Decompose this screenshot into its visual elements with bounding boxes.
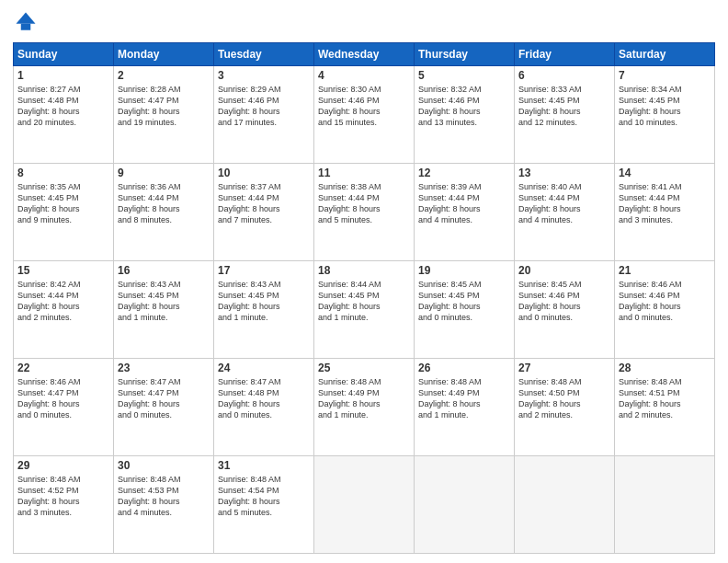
cell-info: Sunrise: 8:36 AM Sunset: 4:44 PM Dayligh… xyxy=(118,181,210,226)
cell-info: Sunrise: 8:46 AM Sunset: 4:46 PM Dayligh… xyxy=(619,279,711,324)
day-number: 5 xyxy=(418,69,510,82)
cell-info: Sunrise: 8:48 AM Sunset: 4:50 PM Dayligh… xyxy=(518,376,610,421)
cell-info: Sunrise: 8:48 AM Sunset: 4:52 PM Dayligh… xyxy=(17,474,109,519)
cell-info: Sunrise: 8:30 AM Sunset: 4:46 PM Dayligh… xyxy=(318,84,410,129)
calendar-cell xyxy=(615,456,715,554)
day-number: 1 xyxy=(17,69,109,82)
cell-info: Sunrise: 8:34 AM Sunset: 4:45 PM Dayligh… xyxy=(619,84,711,129)
week-row-1: 1Sunrise: 8:27 AM Sunset: 4:48 PM Daylig… xyxy=(14,66,715,164)
day-number: 6 xyxy=(518,69,610,82)
cell-info: Sunrise: 8:27 AM Sunset: 4:48 PM Dayligh… xyxy=(17,84,109,129)
day-number: 21 xyxy=(619,264,711,277)
calendar-cell: 16Sunrise: 8:43 AM Sunset: 4:45 PM Dayli… xyxy=(114,261,214,359)
cell-info: Sunrise: 8:48 AM Sunset: 4:51 PM Dayligh… xyxy=(619,376,711,421)
cell-info: Sunrise: 8:33 AM Sunset: 4:45 PM Dayligh… xyxy=(518,84,610,129)
dow-monday: Monday xyxy=(114,43,214,66)
dow-sunday: Sunday xyxy=(14,43,114,66)
calendar-cell: 14Sunrise: 8:41 AM Sunset: 4:44 PM Dayli… xyxy=(615,164,715,261)
dow-friday: Friday xyxy=(515,43,615,66)
day-number: 30 xyxy=(118,459,210,472)
calendar-cell: 5Sunrise: 8:32 AM Sunset: 4:46 PM Daylig… xyxy=(415,66,515,164)
cell-info: Sunrise: 8:45 AM Sunset: 4:45 PM Dayligh… xyxy=(418,279,510,324)
calendar-cell: 29Sunrise: 8:48 AM Sunset: 4:52 PM Dayli… xyxy=(14,456,114,554)
cell-info: Sunrise: 8:37 AM Sunset: 4:44 PM Dayligh… xyxy=(218,181,310,226)
dow-wednesday: Wednesday xyxy=(314,43,415,66)
cell-info: Sunrise: 8:48 AM Sunset: 4:54 PM Dayligh… xyxy=(218,474,310,519)
day-number: 18 xyxy=(318,264,410,277)
cell-info: Sunrise: 8:38 AM Sunset: 4:44 PM Dayligh… xyxy=(318,181,410,226)
svg-rect-1 xyxy=(21,24,31,30)
day-number: 11 xyxy=(318,167,410,179)
calendar-cell: 22Sunrise: 8:46 AM Sunset: 4:47 PM Dayli… xyxy=(14,359,114,456)
page: SundayMondayTuesdayWednesdayThursdayFrid… xyxy=(0,0,728,563)
day-number: 29 xyxy=(17,459,109,472)
calendar-cell: 9Sunrise: 8:36 AM Sunset: 4:44 PM Daylig… xyxy=(114,164,214,261)
cell-info: Sunrise: 8:40 AM Sunset: 4:44 PM Dayligh… xyxy=(518,181,610,226)
day-number: 17 xyxy=(218,264,310,277)
cell-info: Sunrise: 8:41 AM Sunset: 4:44 PM Dayligh… xyxy=(619,181,711,226)
cell-info: Sunrise: 8:35 AM Sunset: 4:45 PM Dayligh… xyxy=(17,181,109,226)
cell-info: Sunrise: 8:48 AM Sunset: 4:53 PM Dayligh… xyxy=(118,474,210,519)
week-row-5: 29Sunrise: 8:48 AM Sunset: 4:52 PM Dayli… xyxy=(14,456,715,554)
cell-info: Sunrise: 8:48 AM Sunset: 4:49 PM Dayligh… xyxy=(318,376,410,421)
day-number: 15 xyxy=(17,264,109,277)
cell-info: Sunrise: 8:32 AM Sunset: 4:46 PM Dayligh… xyxy=(418,84,510,129)
calendar-cell: 28Sunrise: 8:48 AM Sunset: 4:51 PM Dayli… xyxy=(615,359,715,456)
calendar-cell: 17Sunrise: 8:43 AM Sunset: 4:45 PM Dayli… xyxy=(214,261,314,359)
cell-info: Sunrise: 8:45 AM Sunset: 4:46 PM Dayligh… xyxy=(518,279,610,324)
day-number: 19 xyxy=(418,264,510,277)
calendar-cell: 30Sunrise: 8:48 AM Sunset: 4:53 PM Dayli… xyxy=(114,456,214,554)
day-number: 14 xyxy=(619,167,711,179)
calendar-cell: 19Sunrise: 8:45 AM Sunset: 4:45 PM Dayli… xyxy=(415,261,515,359)
cell-info: Sunrise: 8:42 AM Sunset: 4:44 PM Dayligh… xyxy=(17,279,109,324)
day-number: 25 xyxy=(318,362,410,374)
logo xyxy=(13,9,42,35)
header xyxy=(13,9,715,35)
calendar-cell: 6Sunrise: 8:33 AM Sunset: 4:45 PM Daylig… xyxy=(515,66,615,164)
cell-info: Sunrise: 8:48 AM Sunset: 4:49 PM Dayligh… xyxy=(418,376,510,421)
calendar-cell: 31Sunrise: 8:48 AM Sunset: 4:54 PM Dayli… xyxy=(214,456,314,554)
day-number: 12 xyxy=(418,167,510,179)
calendar-cell: 13Sunrise: 8:40 AM Sunset: 4:44 PM Dayli… xyxy=(515,164,615,261)
day-number: 22 xyxy=(17,362,109,374)
svg-marker-0 xyxy=(17,13,36,24)
cell-info: Sunrise: 8:43 AM Sunset: 4:45 PM Dayligh… xyxy=(218,279,310,324)
calendar-cell xyxy=(415,456,515,554)
day-number: 4 xyxy=(318,69,410,82)
cell-info: Sunrise: 8:47 AM Sunset: 4:47 PM Dayligh… xyxy=(118,376,210,421)
cell-info: Sunrise: 8:28 AM Sunset: 4:47 PM Dayligh… xyxy=(118,84,210,129)
cell-info: Sunrise: 8:39 AM Sunset: 4:44 PM Dayligh… xyxy=(418,181,510,226)
calendar-cell: 11Sunrise: 8:38 AM Sunset: 4:44 PM Dayli… xyxy=(314,164,415,261)
calendar-table: SundayMondayTuesdayWednesdayThursdayFrid… xyxy=(13,42,715,554)
day-number: 28 xyxy=(619,362,711,374)
calendar-cell: 23Sunrise: 8:47 AM Sunset: 4:47 PM Dayli… xyxy=(114,359,214,456)
calendar-cell: 26Sunrise: 8:48 AM Sunset: 4:49 PM Dayli… xyxy=(415,359,515,456)
calendar-cell: 15Sunrise: 8:42 AM Sunset: 4:44 PM Dayli… xyxy=(14,261,114,359)
day-number: 2 xyxy=(118,69,210,82)
dow-saturday: Saturday xyxy=(615,43,715,66)
day-number: 9 xyxy=(118,167,210,179)
dow-thursday: Thursday xyxy=(415,43,515,66)
calendar-cell: 27Sunrise: 8:48 AM Sunset: 4:50 PM Dayli… xyxy=(515,359,615,456)
week-row-2: 8Sunrise: 8:35 AM Sunset: 4:45 PM Daylig… xyxy=(14,164,715,261)
calendar-cell: 20Sunrise: 8:45 AM Sunset: 4:46 PM Dayli… xyxy=(515,261,615,359)
cell-info: Sunrise: 8:44 AM Sunset: 4:45 PM Dayligh… xyxy=(318,279,410,324)
day-number: 31 xyxy=(218,459,310,472)
dow-tuesday: Tuesday xyxy=(214,43,314,66)
calendar-cell: 25Sunrise: 8:48 AM Sunset: 4:49 PM Dayli… xyxy=(314,359,415,456)
calendar-cell: 12Sunrise: 8:39 AM Sunset: 4:44 PM Dayli… xyxy=(415,164,515,261)
day-number: 24 xyxy=(218,362,310,374)
day-number: 16 xyxy=(118,264,210,277)
calendar-cell: 18Sunrise: 8:44 AM Sunset: 4:45 PM Dayli… xyxy=(314,261,415,359)
day-number: 8 xyxy=(17,167,109,179)
day-number: 26 xyxy=(418,362,510,374)
day-number: 3 xyxy=(218,69,310,82)
cell-info: Sunrise: 8:43 AM Sunset: 4:45 PM Dayligh… xyxy=(118,279,210,324)
logo-icon xyxy=(13,9,39,35)
cell-info: Sunrise: 8:46 AM Sunset: 4:47 PM Dayligh… xyxy=(17,376,109,421)
week-row-3: 15Sunrise: 8:42 AM Sunset: 4:44 PM Dayli… xyxy=(14,261,715,359)
week-row-4: 22Sunrise: 8:46 AM Sunset: 4:47 PM Dayli… xyxy=(14,359,715,456)
day-number: 23 xyxy=(118,362,210,374)
day-number: 27 xyxy=(518,362,610,374)
day-number: 20 xyxy=(518,264,610,277)
